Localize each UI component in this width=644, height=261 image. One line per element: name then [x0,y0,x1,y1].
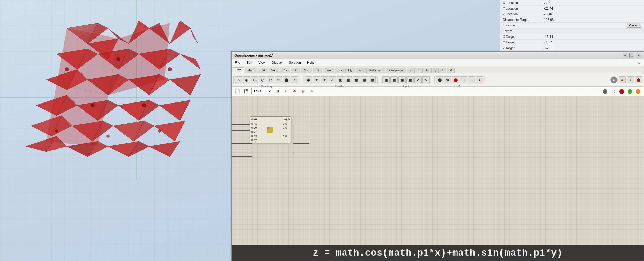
x-location-value: 7.83 [544,1,641,5]
svg-marker-45 [149,141,180,157]
tool-util1[interactable]: ⬤ [436,76,443,83]
tool-dot[interactable]: ⬤ [283,76,290,83]
tool-input2[interactable]: ▣ [390,76,398,83]
save-button[interactable]: 💾 [243,88,250,95]
wire-x1 [232,130,252,131]
tool-hex[interactable]: ⬡ [251,76,258,83]
tab-k[interactable]: K [407,68,415,73]
tool-prim1[interactable]: ◕ [305,76,312,83]
wire-ny [232,156,252,157]
tool-input3[interactable]: ▣ [398,76,406,83]
tool-util3[interactable]: ⬤ [452,76,459,83]
new-button[interactable]: 📄 [234,88,241,95]
tab-p[interactable]: P [447,68,455,73]
svg-marker-9 [170,21,190,44]
y-target-value: 72.37 [544,41,641,44]
menu-edit[interactable]: Edit [245,60,253,65]
svg-marker-17 [180,54,201,69]
tab-trns[interactable]: Trns [323,68,334,73]
port-b-label: b [283,126,284,129]
gh-titlebar: Grasshopper - surface1* − □ × [232,52,644,59]
menu-view[interactable]: View [257,60,266,65]
tab-kangaroo2[interactable]: Kangaroo2 [386,68,406,73]
sphere-button[interactable]: ⬤ [602,88,609,95]
tool-pencil[interactable]: ✏ [275,76,282,83]
tool-prim3[interactable]: ① [321,76,328,83]
menu-help[interactable]: Help [306,60,315,65]
formula-bar: z = math.cos(math.pi*x)+math.sin(math.pi… [232,245,644,261]
svg-point-54 [55,129,58,133]
close-button[interactable]: × [636,53,641,58]
tab-pufferfish[interactable]: Pufferfish [366,68,385,73]
wire-a [293,137,309,137]
tool-prim-a[interactable]: A [329,76,336,83]
tab-fly[interactable]: Fly [345,68,355,73]
zoom-select[interactable]: 176% 100% 50% [251,88,272,94]
tool-prim6[interactable]: ▦ [353,76,360,83]
port-x0: x0 [250,118,258,121]
tool-input5[interactable]: ↗ [414,76,422,83]
svg-point-49 [65,67,69,71]
tab-prm[interactable]: Prm [233,67,244,73]
tool-arrow-up[interactable]: ↑ [291,76,298,83]
eye2-button[interactable]: ◉ [300,88,307,95]
sphere2-button[interactable]: ◎ [610,88,617,95]
tool-input6[interactable]: ↘ [422,76,430,83]
tool-prim5[interactable]: ▦ [345,76,352,83]
tool-util2[interactable]: ✿ [444,76,451,83]
tab-vec[interactable]: Vec [269,68,279,73]
y-location-row: Y Location -21.44 [500,6,644,11]
red-sphere[interactable]: ⬤ [618,88,625,95]
tool-right1[interactable]: ● [610,76,618,83]
pen-button[interactable]: ✏ [308,88,316,95]
y-target-label: Y Target [503,41,544,44]
port-c-dot [285,135,287,137]
toolbar-util: ⬤ ✿ ⬤ → → ● Util [434,76,485,84]
maximize-button[interactable]: □ [629,53,634,58]
menu-display[interactable]: Display [271,60,284,65]
tool-util4[interactable]: → [460,76,467,83]
tool-prim4[interactable]: ▣ [337,76,344,83]
port-out: out [282,118,291,121]
tool-ring[interactable]: ◎ [259,76,266,83]
tab-a[interactable]: A [423,68,431,73]
tool-right4[interactable]: ⬤ [635,76,642,83]
tab-set[interactable]: Set [258,68,268,73]
minimize-button[interactable]: − [623,53,628,58]
menu-solution[interactable]: Solution [288,60,302,65]
gh-canvas[interactable]: x0 x1 y0 y1 [232,96,644,261]
tool-util6[interactable]: ● [476,76,483,83]
plus-button[interactable]: + [282,88,289,95]
tab-g[interactable]: g [431,68,439,73]
tab-srf[interactable]: Srf [291,68,300,73]
tab-wb[interactable]: Wb [356,68,366,73]
tool-util5[interactable]: → [468,76,475,83]
tool-x[interactable]: ✕ [235,76,242,83]
tab-int[interactable]: Int [313,68,322,73]
tool-input1[interactable]: ▣ [382,76,390,83]
place-button[interactable]: Place... [627,23,641,28]
tool-circle[interactable]: ◉ [243,76,250,83]
menu-file[interactable]: File [234,60,241,65]
tool-right2[interactable]: ● [619,76,626,83]
gh-node[interactable]: x0 x1 y0 y1 [250,116,291,143]
tool-prim7[interactable]: ▦ [361,76,368,83]
orange-sphere[interactable]: ⬤ [634,88,642,95]
eye-button[interactable]: 👁 [291,88,298,95]
gh-window-buttons: − □ × [623,53,641,58]
tool-right3[interactable]: ● [627,76,634,83]
tool-input4[interactable]: ▣ [406,76,414,83]
tool-scissors[interactable]: ✂ [267,76,274,83]
tab-msh[interactable]: Msh [301,68,312,73]
port-y0-dot [251,127,253,129]
tab-crv[interactable]: Crv [280,68,290,73]
tab-l2[interactable]: L [439,68,446,73]
fit-button[interactable]: ⊞ [273,88,281,95]
tool-prim2[interactable]: ① [313,76,320,83]
tool-prim8[interactable]: ▦ [369,76,376,83]
svg-marker-24 [170,74,201,95]
tab-dis[interactable]: Dis [335,68,345,73]
tab-math[interactable]: Math [245,68,257,73]
green-sphere[interactable]: ⬤ [626,88,633,95]
tab-l1[interactable]: L [415,68,423,73]
